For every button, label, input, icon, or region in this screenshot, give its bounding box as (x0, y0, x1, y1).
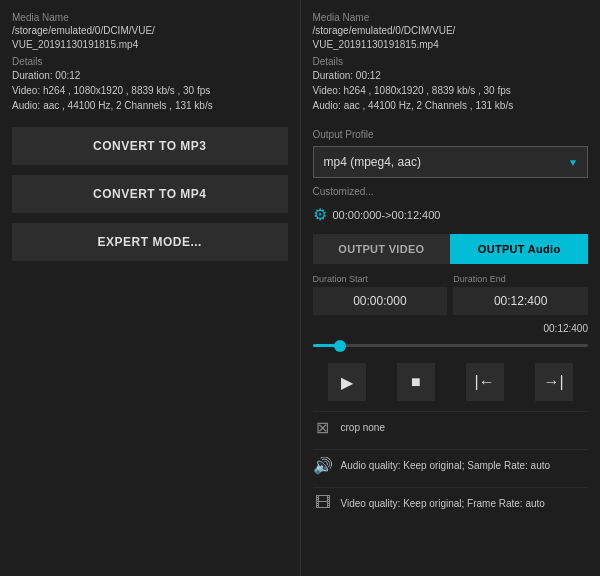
crop-option-row: ⊠ crop none (313, 411, 589, 443)
to-end-icon: →| (543, 373, 563, 391)
left-panel: Media Name /storage/emulated/0/DCIM/VUE/… (0, 0, 301, 576)
output-profile-wrapper[interactable]: mp4 (mpeg4, aac) mp3 mkv avi (313, 146, 589, 178)
tab-output-audio[interactable]: OUTPUT Audio (450, 234, 588, 264)
duration-start-value: 00:00:000 (313, 287, 448, 315)
time-range-text: 00:00:000->00:12:400 (333, 209, 441, 221)
left-video-info: Video: h264 , 1080x1920 , 8839 kb/s , 30… (12, 83, 288, 98)
to-start-button[interactable]: |← (466, 363, 504, 401)
to-end-button[interactable]: →| (535, 363, 573, 401)
left-media-name-label: Media Name (12, 12, 288, 23)
right-panel: Media Name /storage/emulated/0/DCIM/VUE/… (301, 0, 601, 576)
stop-icon: ■ (411, 373, 421, 391)
right-duration: Duration: 00:12 (313, 68, 589, 83)
tab-output-video[interactable]: OUTPUT VIDEO (313, 234, 451, 264)
duration-end-box: Duration End 00:12:400 (453, 274, 588, 315)
duration-end-value: 00:12:400 (453, 287, 588, 315)
right-audio-info: Audio: aac , 44100 Hz, 2 Channels , 131 … (313, 98, 589, 113)
left-media-name-value: /storage/emulated/0/DCIM/VUE/VUE_2019113… (12, 24, 288, 52)
video-quality-text: Video quality: Keep original; Frame Rate… (341, 498, 545, 509)
right-media-name-label: Media Name (313, 12, 589, 23)
play-button[interactable]: ▶ (328, 363, 366, 401)
right-details-label: Details (313, 56, 589, 67)
crop-label: crop none (341, 422, 385, 433)
time-range-icon: ⚙ (313, 205, 327, 224)
right-media-name-value: /storage/emulated/0/DCIM/VUE/VUE_2019113… (313, 24, 589, 52)
video-quality-row: 🎞 Video quality: Keep original; Frame Ra… (313, 487, 589, 518)
stop-button[interactable]: ■ (397, 363, 435, 401)
duration-row: Duration Start 00:00:000 Duration End 00… (313, 274, 589, 315)
video-quality-icon: 🎞 (313, 494, 333, 512)
expert-mode-button[interactable]: EXPERT MODE... (12, 223, 288, 261)
duration-start-box: Duration Start 00:00:000 (313, 274, 448, 315)
left-duration: Duration: 00:12 (12, 68, 288, 83)
time-total: 00:12:400 (313, 323, 589, 334)
convert-to-mp4-button[interactable]: CONVERT TO MP4 (12, 175, 288, 213)
play-icon: ▶ (341, 373, 353, 392)
output-profile-select[interactable]: mp4 (mpeg4, aac) mp3 mkv avi (313, 146, 589, 178)
audio-quality-row: 🔊 Audio quality: Keep original; Sample R… (313, 449, 589, 481)
tab-row: OUTPUT VIDEO OUTPUT Audio (313, 234, 589, 264)
controls-row: ▶ ■ |← →| (313, 359, 589, 405)
duration-start-label: Duration Start (313, 274, 448, 284)
customized-label: Customized... (313, 186, 589, 197)
right-media-info: Media Name /storage/emulated/0/DCIM/VUE/… (313, 12, 589, 113)
audio-quality-text: Audio quality: Keep original; Sample Rat… (341, 460, 551, 471)
right-video-info: Video: h264 , 1080x1920 , 8839 kb/s , 30… (313, 83, 589, 98)
time-range-row: ⚙ 00:00:000->00:12:400 (313, 205, 589, 224)
duration-end-label: Duration End (453, 274, 588, 284)
to-start-icon: |← (475, 373, 495, 391)
convert-to-mp3-button[interactable]: CONVERT TO MP3 (12, 127, 288, 165)
crop-icon: ⊠ (313, 418, 333, 437)
slider-thumb[interactable] (334, 340, 346, 352)
left-details-label: Details (12, 56, 288, 67)
audio-quality-icon: 🔊 (313, 456, 333, 475)
slider-row[interactable] (313, 340, 589, 351)
output-profile-label: Output Profile (313, 129, 589, 140)
left-media-info: Media Name /storage/emulated/0/DCIM/VUE/… (12, 12, 288, 113)
left-audio-info: Audio: aac , 44100 Hz, 2 Channels , 131 … (12, 98, 288, 113)
slider-track[interactable] (313, 344, 589, 347)
